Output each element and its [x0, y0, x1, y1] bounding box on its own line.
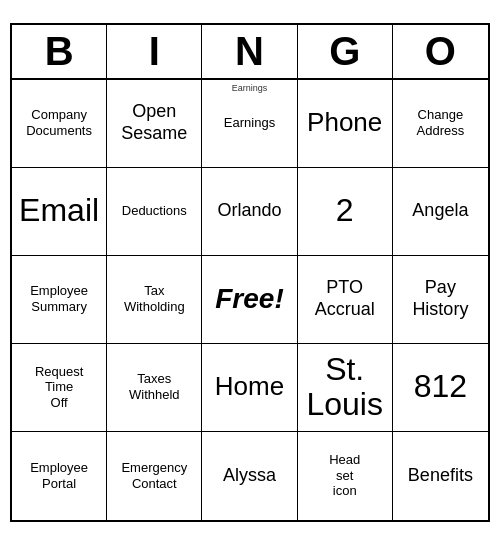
- bingo-cell: Email: [12, 168, 107, 256]
- cell-text: Request Time Off: [35, 364, 83, 411]
- cell-text: St. Louis: [306, 352, 383, 422]
- bingo-cell: Employee Portal: [12, 432, 107, 520]
- bingo-cell: Angela: [393, 168, 488, 256]
- header-letter: B: [12, 25, 107, 78]
- cell-text: Home: [215, 371, 284, 402]
- cell-text: Taxes Withheld: [129, 371, 180, 402]
- bingo-cell: Deductions: [107, 168, 202, 256]
- bingo-cell: Open Sesame: [107, 80, 202, 168]
- cell-sublabel: Earnings: [202, 83, 296, 93]
- cell-text: 812: [414, 369, 467, 404]
- bingo-cell: Benefits: [393, 432, 488, 520]
- bingo-cell: Home: [202, 344, 297, 432]
- bingo-cell: St. Louis: [298, 344, 393, 432]
- cell-text: Tax Witholding: [124, 283, 185, 314]
- cell-text: 2: [336, 193, 354, 228]
- cell-text: Phone: [307, 107, 382, 138]
- cell-text: Employee Portal: [30, 460, 88, 491]
- bingo-cell: EarningsEarnings: [202, 80, 297, 168]
- bingo-cell: Company Documents: [12, 80, 107, 168]
- bingo-cell: Employee Summary: [12, 256, 107, 344]
- bingo-cell: PTO Accrual: [298, 256, 393, 344]
- bingo-cell: Change Address: [393, 80, 488, 168]
- cell-text: Emergency Contact: [121, 460, 187, 491]
- bingo-cell: Free!: [202, 256, 297, 344]
- cell-text: Head set icon: [329, 452, 360, 499]
- cell-text: Benefits: [408, 465, 473, 487]
- bingo-cell: Phone: [298, 80, 393, 168]
- header-letter: I: [107, 25, 202, 78]
- bingo-cell: Taxes Withheld: [107, 344, 202, 432]
- cell-text: Open Sesame: [121, 101, 187, 144]
- cell-text: Free!: [215, 283, 283, 315]
- bingo-cell: Head set icon: [298, 432, 393, 520]
- cell-text: Employee Summary: [30, 283, 88, 314]
- cell-text: Company Documents: [26, 107, 92, 138]
- cell-text: PTO Accrual: [315, 277, 375, 320]
- cell-text: Pay History: [412, 277, 468, 320]
- cell-text: Earnings: [224, 115, 275, 131]
- bingo-cell: Tax Witholding: [107, 256, 202, 344]
- bingo-cell: Emergency Contact: [107, 432, 202, 520]
- bingo-card: BINGO Company DocumentsOpen SesameEarnin…: [10, 23, 490, 522]
- bingo-cell: 812: [393, 344, 488, 432]
- header-letter: O: [393, 25, 488, 78]
- bingo-cell: 2: [298, 168, 393, 256]
- cell-text: Deductions: [122, 203, 187, 219]
- bingo-grid: Company DocumentsOpen SesameEarningsEarn…: [12, 80, 488, 520]
- cell-text: Alyssa: [223, 465, 276, 487]
- bingo-cell: Orlando: [202, 168, 297, 256]
- cell-text: Orlando: [217, 200, 281, 222]
- cell-text: Angela: [412, 200, 468, 222]
- bingo-cell: Pay History: [393, 256, 488, 344]
- bingo-header: BINGO: [12, 25, 488, 80]
- bingo-cell: Request Time Off: [12, 344, 107, 432]
- header-letter: N: [202, 25, 297, 78]
- bingo-cell: Alyssa: [202, 432, 297, 520]
- header-letter: G: [298, 25, 393, 78]
- cell-text: Email: [19, 193, 99, 228]
- cell-text: Change Address: [417, 107, 465, 138]
